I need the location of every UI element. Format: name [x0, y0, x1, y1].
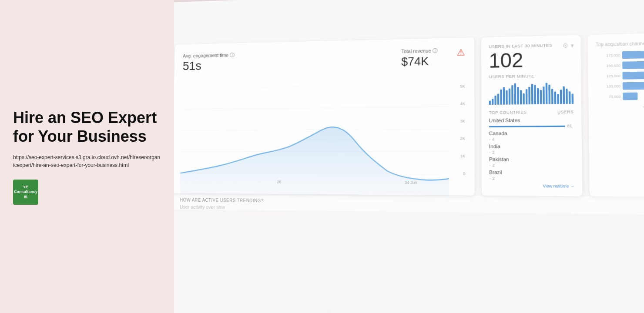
bar-item	[551, 89, 553, 104]
y-label-1k: 1K	[460, 154, 465, 159]
x-label-04jun: 04 Jun	[405, 180, 417, 185]
country-name: Brazil	[489, 170, 574, 176]
bar-item	[514, 83, 517, 105]
bar-item	[492, 99, 493, 105]
h-bar-fill	[623, 82, 644, 90]
y-label-3k: 3K	[460, 119, 465, 123]
country-value: 4	[492, 137, 494, 142]
country-value: 81	[567, 123, 572, 128]
view-all-channels[interactable]: VIEW ALL CHANNELS	[597, 105, 644, 111]
engagement-section: Avg. engagement time ⓘ 51s	[182, 52, 234, 75]
country-bar-container: -2	[489, 163, 574, 168]
country-value: 2	[492, 150, 494, 155]
analytics-sheet: Avg. engagement time ⓘ 51s Total revenue…	[174, 0, 644, 313]
country-bar-container: -2	[489, 176, 574, 181]
bar-item	[540, 90, 542, 104]
bar-item	[489, 101, 491, 105]
country-sub: -	[489, 137, 490, 142]
logo-icon: ⊞	[24, 195, 27, 200]
users-per-minute-label: USERS PER MINUTE	[489, 73, 573, 79]
country-bar-container: -4	[489, 137, 574, 142]
top-countries-text: TOP COUNTRIES	[489, 110, 527, 115]
y-axis: 5K 4K 3K 2K 1K 0	[451, 84, 465, 176]
h-bar-fill	[623, 93, 637, 100]
bar-item	[566, 89, 568, 104]
main-chart-card: Avg. engagement time ⓘ 51s Total revenue…	[174, 37, 475, 195]
bar-item	[560, 90, 562, 104]
y-label-5k: 5K	[460, 84, 465, 89]
country-row: United States81	[489, 117, 574, 129]
bar-item	[563, 86, 565, 104]
bar-item	[537, 88, 539, 104]
country-row: Pakistan-2	[489, 156, 574, 168]
bar-item	[557, 94, 559, 104]
bar-item	[526, 89, 528, 104]
country-row: Brazil-2	[489, 170, 574, 181]
bar-item	[506, 90, 507, 105]
users-per-minute-chart	[489, 80, 574, 105]
svg-line-0	[182, 84, 449, 88]
h-bar-fill	[622, 50, 644, 59]
bar-item	[531, 84, 533, 104]
h-bar-label: 150,000	[596, 63, 621, 68]
svg-line-1	[182, 107, 449, 109]
line-chart-area: 5K 4K 3K 2K 1K 0	[180, 84, 465, 185]
view-realtime-link[interactable]: View realtime →	[489, 183, 574, 189]
users-card: ⚙ ▾ USERS IN LAST 30 MINUTES 102 USERS P…	[481, 35, 582, 196]
engagement-value: 51s	[183, 58, 235, 73]
warning-icon: ⚠	[457, 47, 465, 58]
users-in-last-label: USERS IN LAST 30 MINUTES	[489, 43, 573, 49]
bar-item	[517, 87, 519, 105]
bar-item	[548, 85, 550, 104]
country-bar-container: -2	[489, 150, 574, 155]
revenue-label: Total revenue ⓘ	[401, 47, 437, 55]
bar-item	[497, 93, 499, 105]
country-name: United States	[489, 117, 574, 123]
right-card: Top acquisition channels 175,000150,0001…	[588, 32, 644, 197]
logo-text: YE Consultancy	[13, 185, 38, 195]
right-card-title: Top acquisition channels	[596, 40, 644, 47]
h-bar-row: 75,000	[596, 92, 644, 100]
h-bar-label: 175,000	[596, 53, 620, 58]
top-countries-header: TOP COUNTRIES USERS	[489, 110, 574, 115]
h-bar-row: 150,000	[596, 60, 644, 70]
country-name: Pakistan	[489, 156, 574, 162]
bar-item	[554, 91, 557, 104]
countries-list: United States81Canada-4India-2Pakistan-2…	[489, 117, 574, 181]
country-row: India-2	[489, 143, 574, 155]
bar-item	[503, 87, 505, 105]
bar-item	[511, 85, 513, 104]
y-label-4k: 4K	[460, 101, 465, 106]
country-bar-container: 81	[489, 123, 574, 129]
users-count: 102	[489, 49, 573, 71]
left-panel: Hire an SEO Expert for Your Business htt…	[0, 0, 174, 313]
country-value: 2	[493, 176, 495, 181]
bar-item	[569, 91, 571, 104]
users-col-header: USERS	[557, 110, 574, 114]
country-name: India	[489, 143, 574, 149]
h-bar-chart: 175,000150,000125,000100,00075,000	[596, 50, 644, 100]
country-value: 2	[493, 163, 495, 168]
engagement-label: Avg. engagement time ⓘ	[183, 52, 235, 59]
page-title: Hire an SEO Expert for Your Business	[13, 108, 161, 146]
bar-item	[534, 85, 536, 104]
revenue-section: Total revenue ⓘ $74K	[401, 47, 438, 69]
country-sub: -	[489, 176, 490, 181]
svg-line-2	[181, 129, 449, 130]
page-url[interactable]: https://seo-expert-services.s3.gra.io.cl…	[13, 153, 161, 169]
country-row: Canada-4	[489, 130, 574, 141]
country-name: Canada	[489, 130, 574, 136]
h-bar-label: 125,000	[596, 73, 621, 78]
country-sub: -	[489, 163, 490, 168]
logo-box[interactable]: YE Consultancy ⊞	[13, 180, 38, 205]
bar-item	[528, 87, 530, 104]
revenue-value: $74K	[401, 54, 438, 69]
settings-icon[interactable]: ⚙ ▾	[563, 42, 574, 50]
bar-item	[523, 93, 525, 105]
h-bar-fill	[622, 71, 644, 80]
analytics-panel: Avg. engagement time ⓘ 51s Total revenue…	[174, 0, 644, 313]
y-label-0: 0	[463, 171, 465, 176]
y-label-2k: 2K	[460, 136, 465, 141]
bar-item	[509, 88, 511, 104]
h-bar-row: 175,000	[596, 50, 644, 59]
